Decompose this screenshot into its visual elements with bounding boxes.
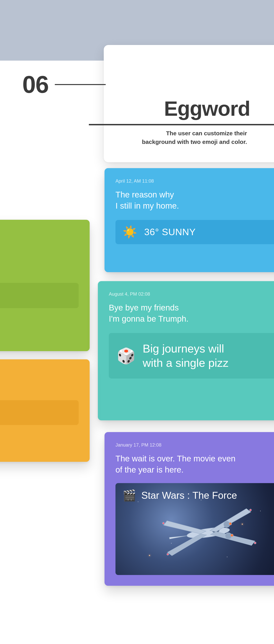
page-title: Eggword	[164, 97, 250, 120]
svg-point-11	[249, 509, 251, 511]
card-body: 't believe till working here.	[0, 370, 79, 392]
weather-text: 36° SUNNY	[144, 226, 196, 238]
card-date: August 4, PM 02:08	[109, 291, 274, 297]
card-date: April 12, AM 11:08	[115, 178, 274, 184]
movie-title-row: 🎬 Star Wars : The Force	[123, 489, 237, 502]
svg-point-10	[230, 534, 233, 537]
title-underline	[89, 124, 274, 125]
weather-chip[interactable]: ☀️ 36° SUNNY	[115, 220, 274, 244]
svg-marker-1	[169, 535, 187, 539]
card-quote[interactable]: bout me. right. I don't want n't want to…	[0, 220, 90, 351]
svg-point-9	[229, 522, 232, 525]
journey-text: Big journeys will with a single pizz	[143, 342, 228, 370]
card-date: January 17, PM 12:08	[115, 442, 274, 448]
card-weather[interactable]: April 12, AM 11:08 The reason why I stil…	[105, 168, 274, 272]
card-body: bout me. right. I don't want n't want to…	[0, 230, 79, 274]
card-body: The wait is over. The movie even of the …	[115, 453, 274, 475]
svg-point-12	[254, 542, 256, 544]
svg-point-13	[162, 522, 164, 524]
dice-chip[interactable]: 🎲 Big journeys will with a single pizz	[109, 333, 274, 378]
card-movie[interactable]: January 17, PM 12:08 The wait is over. T…	[105, 432, 274, 586]
card-location[interactable]: 't believe till working here. d, Indones…	[0, 359, 90, 462]
card-body: The reason why I still in my home.	[115, 189, 274, 211]
page-subtitle: The user can customize their background …	[131, 129, 247, 146]
star-icon	[227, 556, 227, 557]
svg-point-14	[167, 553, 169, 555]
card-body: Bye bye my friends I'm gonna be Trumph.	[109, 302, 274, 324]
sun-icon: ☀️	[123, 226, 137, 238]
location-chip[interactable]: d, Indonesia	[0, 400, 79, 425]
movie-preview[interactable]: 🎬 Star Wars : The Force	[115, 483, 274, 575]
dice-icon: 🎲	[117, 348, 136, 364]
svg-marker-3	[208, 508, 253, 532]
clapper-icon: 🎬	[123, 489, 136, 502]
spaceship-graphic	[154, 500, 262, 565]
section-number: 06	[22, 72, 49, 96]
movie-title: Star Wars : The Force	[141, 490, 237, 501]
card-journey[interactable]: August 4, PM 02:08 Bye bye my friends I'…	[98, 281, 274, 420]
author-chip[interactable]: Carol Wyer	[0, 283, 79, 308]
star-icon	[149, 555, 150, 556]
section-number-rule	[55, 84, 106, 85]
star-icon	[260, 511, 261, 511]
canvas: 06 Eggword The user can customize their …	[0, 0, 274, 644]
